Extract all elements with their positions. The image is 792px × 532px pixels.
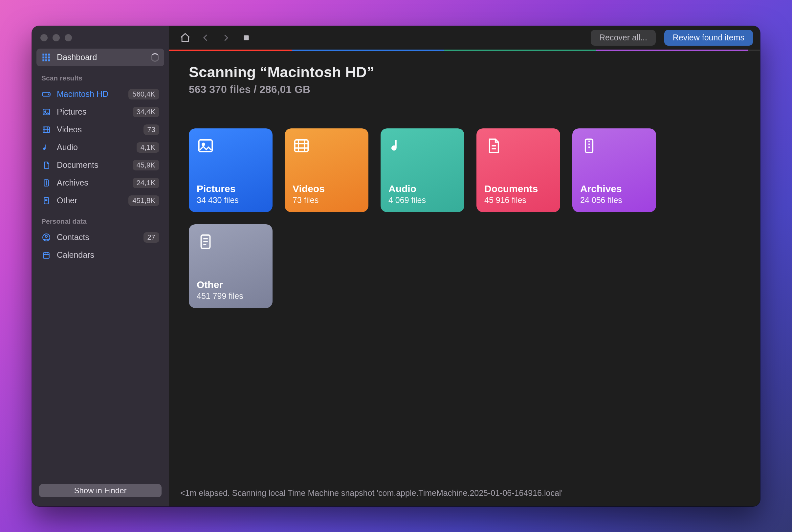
svg-rect-8	[48, 59, 50, 61]
card-count: 24 056 files	[580, 195, 648, 205]
card-title: Documents	[484, 183, 552, 194]
svg-rect-31	[295, 140, 308, 152]
svg-rect-6	[42, 59, 44, 61]
svg-rect-3	[42, 56, 44, 58]
status-bar: <1m elapsed. Scanning local Time Machine…	[169, 486, 760, 507]
svg-rect-7	[45, 59, 47, 61]
sidebar-item-documents[interactable]: Documents 45,9K	[36, 156, 164, 174]
zoom-window-dot[interactable]	[65, 34, 72, 41]
sidebar-item-label: Archives	[57, 178, 127, 188]
stop-button[interactable]	[237, 30, 255, 45]
sidebar-item-badge: 560,4K	[129, 89, 159, 99]
card-other[interactable]: Other 451 799 files	[189, 224, 273, 308]
doc-icon	[41, 160, 51, 170]
note-icon	[41, 142, 51, 152]
sidebar-item-label: Pictures	[57, 107, 127, 117]
content-area: Scanning “Macintosh HD” 563 370 files / …	[169, 51, 760, 486]
sidebar-item-contacts[interactable]: Contacts 27	[36, 229, 164, 246]
card-audio[interactable]: Audio 4 069 files	[381, 128, 464, 212]
sidebar-footer: Show in Finder	[32, 478, 169, 507]
svg-rect-5	[48, 56, 50, 58]
svg-rect-4	[45, 56, 47, 58]
page-subtitle: 563 370 files / 286,01 GB	[189, 83, 740, 96]
sidebar-scroll: Dashboard Scan results Macintosh HD 560,…	[32, 49, 169, 478]
svg-rect-28	[244, 35, 249, 40]
window-controls	[32, 26, 169, 49]
card-archives[interactable]: Archives 24 056 files	[572, 128, 656, 212]
svg-point-12	[45, 111, 46, 112]
card-videos[interactable]: Videos 73 files	[285, 128, 368, 212]
card-documents[interactable]: Documents 45 916 files	[477, 128, 560, 212]
category-cards: Pictures 34 430 files Videos 73 files Au…	[189, 128, 740, 308]
film-icon	[41, 125, 51, 135]
grid-icon	[41, 53, 51, 62]
zip-icon	[41, 178, 51, 188]
svg-rect-29	[199, 140, 212, 152]
sidebar-item-label: Documents	[57, 160, 127, 170]
sidebar-dashboard-label: Dashboard	[57, 53, 145, 62]
app-window: Dashboard Scan results Macintosh HD 560,…	[32, 26, 760, 507]
spinner-icon	[151, 53, 159, 62]
card-title: Videos	[293, 183, 361, 194]
doc-icon	[484, 137, 502, 155]
sidebar-item-audio[interactable]: Audio 4,1K	[36, 138, 164, 156]
card-count: 451 799 files	[197, 291, 265, 301]
minimize-window-dot[interactable]	[53, 34, 60, 41]
forward-button[interactable]	[217, 30, 235, 45]
card-title: Audio	[388, 183, 457, 194]
card-count: 73 files	[293, 195, 361, 205]
show-in-finder-button[interactable]: Show in Finder	[39, 484, 161, 497]
card-count: 4 069 files	[388, 195, 457, 205]
svg-rect-24	[43, 252, 49, 258]
svg-point-22	[45, 235, 47, 238]
svg-rect-2	[48, 54, 50, 56]
sheet-icon	[197, 233, 214, 251]
sidebar-item-label: Other	[57, 196, 123, 205]
sidebar-item-videos[interactable]: Videos 73	[36, 121, 164, 138]
sidebar-item-badge: 73	[143, 125, 159, 135]
sidebar-section-personal: Personal data	[36, 210, 164, 229]
calendar-icon	[41, 250, 51, 260]
card-count: 45 916 files	[484, 195, 552, 205]
sidebar: Dashboard Scan results Macintosh HD 560,…	[32, 26, 169, 507]
page-title: Scanning “Macintosh HD”	[189, 64, 740, 81]
sidebar-item-badge: 34,4K	[133, 107, 159, 117]
toolbar: Recover all... Review found items	[169, 26, 760, 50]
card-title: Archives	[580, 183, 648, 194]
main-pane: Recover all... Review found items Scanni…	[169, 26, 760, 507]
svg-rect-0	[42, 54, 44, 56]
sidebar-item-label: Videos	[57, 125, 138, 134]
review-found-items-button[interactable]: Review found items	[664, 30, 753, 46]
sidebar-item-badge: 4,1K	[137, 142, 159, 153]
svg-rect-1	[45, 54, 47, 56]
sidebar-dashboard[interactable]: Dashboard	[36, 49, 164, 66]
svg-point-10	[48, 94, 49, 94]
drive-icon	[41, 89, 51, 99]
sidebar-item-calendars[interactable]: Calendars	[36, 246, 164, 264]
sidebar-item-label: Audio	[57, 142, 131, 152]
image-icon	[41, 107, 51, 117]
recover-all-button[interactable]: Recover all...	[591, 30, 656, 46]
sidebar-item-macintosh-hd[interactable]: Macintosh HD 560,4K	[36, 86, 164, 103]
zip-icon	[580, 137, 598, 155]
contact-icon	[41, 232, 51, 242]
film-icon	[293, 137, 310, 155]
sidebar-item-badge: 451,8K	[129, 195, 159, 206]
sidebar-item-pictures[interactable]: Pictures 34,4K	[36, 103, 164, 121]
note-icon	[388, 137, 406, 155]
sidebar-item-badge: 24,1K	[133, 178, 159, 188]
sidebar-section-scan: Scan results	[36, 66, 164, 86]
sidebar-item-badge: 45,9K	[133, 160, 159, 170]
card-count: 34 430 files	[197, 195, 265, 205]
home-button[interactable]	[176, 30, 194, 45]
sidebar-item-archives[interactable]: Archives 24,1K	[36, 174, 164, 192]
svg-point-30	[202, 143, 205, 146]
image-icon	[197, 137, 214, 155]
close-window-dot[interactable]	[40, 34, 47, 41]
sidebar-item-badge: 27	[143, 232, 159, 243]
sidebar-item-other[interactable]: Other 451,8K	[36, 192, 164, 210]
card-pictures[interactable]: Pictures 34 430 files	[189, 128, 273, 212]
sidebar-item-label: Contacts	[57, 232, 138, 242]
back-button[interactable]	[197, 30, 214, 45]
sheet-icon	[41, 196, 51, 206]
